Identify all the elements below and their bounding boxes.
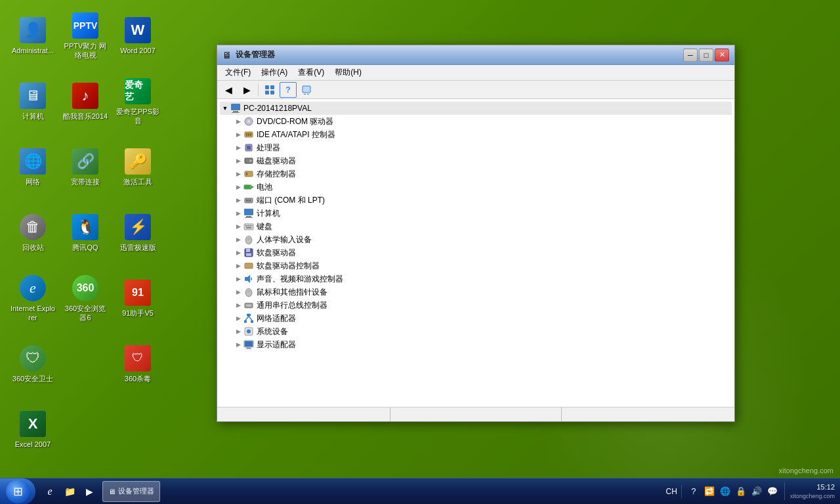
desktop-icon-qq[interactable]: 🐧 腾讯QQ (59, 203, 112, 262)
quick-ie-button[interactable]: e (41, 482, 59, 501)
display-expander[interactable]: ▶ (233, 339, 243, 350)
desktop-icon-music[interactable]: ♪ 酷我音乐2014 (59, 72, 112, 131)
tray-network-icon[interactable]: 🌐 (719, 485, 732, 498)
menu-action[interactable]: 操作(A) (256, 66, 293, 79)
tree-item-disk[interactable]: ▶ 磁盘驱动器 (220, 154, 732, 167)
tree-item-usb[interactable]: ▶ 通用串行总线控制器 (220, 299, 732, 312)
desktop-icon-word[interactable]: W Word 2007 (112, 7, 164, 66)
toolbar-help-button[interactable]: ? (280, 82, 297, 98)
iqiyi-label: 爱奇艺PPS影音 (115, 107, 161, 126)
desktop-icon-iqiyi[interactable]: 爱奇艺 爱奇艺PPS影音 (112, 72, 164, 131)
ide-icon (243, 129, 254, 140)
port-expander[interactable]: ▶ (233, 195, 243, 205)
tree-item-floppy[interactable]: ▶ 软盘驱动器 (220, 246, 732, 259)
floppy-ctrl-expander[interactable]: ▶ (233, 261, 243, 271)
svg-rect-1 (270, 85, 274, 89)
desktop-icon-network[interactable]: 🌐 网络 (7, 138, 59, 197)
maximize-button[interactable]: □ (699, 49, 713, 62)
svg-rect-45 (245, 263, 253, 268)
mouse-expander[interactable]: ▶ (233, 287, 243, 297)
tree-item-floppy-ctrl[interactable]: ▶ 软盘驱动器控制器 (220, 259, 732, 272)
desktop-icon-thunder[interactable]: ⚡ 迅雷极速版 (112, 203, 164, 262)
svg-rect-17 (247, 146, 251, 150)
desktop-icon-ie[interactable]: e Internet Explorer (7, 269, 59, 328)
tree-item-sound[interactable]: ▶ 声音、视频和游戏控制器 (220, 272, 732, 285)
toolbar-back-button[interactable]: ◀ (220, 82, 237, 98)
tree-item-ide[interactable]: ▶ IDE ATA/ATAPI 控制器 (220, 128, 732, 141)
root-expander[interactable]: ▼ (220, 103, 230, 114)
hid-expander[interactable]: ▶ (233, 234, 243, 245)
tray-message-icon[interactable]: 💬 (766, 485, 779, 498)
usb-expander[interactable]: ▶ (233, 300, 243, 310)
tree-item-battery[interactable]: ▶ 电池 (220, 180, 732, 194)
status-pane-3 (562, 408, 732, 421)
window-tree-content[interactable]: ▼ PC-20141218PVAL ▶ (217, 99, 734, 407)
tray-volume-icon[interactable]: 🔊 (750, 485, 763, 498)
storage-expander[interactable]: ▶ (233, 169, 243, 179)
tree-item-network[interactable]: ▶ 网络适配器 (220, 312, 732, 325)
cpu-icon (243, 142, 254, 153)
desktop-icon-91-2[interactable]: 91 91助手V5 (112, 269, 164, 328)
tray-help-icon[interactable]: ? (687, 485, 700, 498)
desktop-icon-administrator[interactable]: 👤 Administrat... (7, 7, 59, 66)
hid-label: 人体学输入设备 (257, 236, 312, 243)
svg-rect-13 (246, 133, 247, 136)
svg-rect-62 (245, 341, 253, 346)
desktop-icon-recycle[interactable]: 🗑 回收站 (7, 203, 59, 262)
desktop-icon-activate[interactable]: 🔑 激活工具 (112, 138, 164, 197)
tray-refresh-icon[interactable]: 🔁 (703, 485, 716, 498)
quick-media-button[interactable]: ▶ (80, 482, 98, 501)
floppy-icon (243, 247, 254, 258)
system-icon (243, 326, 254, 337)
cpu-expander[interactable]: ▶ (233, 142, 243, 153)
menu-file[interactable]: 文件(F) (220, 66, 256, 79)
menu-help[interactable]: 帮助(H) (329, 66, 367, 79)
tree-item-storage[interactable]: ▶ 存储控制器 (220, 167, 732, 180)
taskbar-clock[interactable]: 15:12 xitongcheng.com (784, 482, 840, 501)
quick-folder-button[interactable]: 📁 (60, 482, 79, 501)
tree-item-keyboard[interactable]: ▶ 键盘 (220, 220, 732, 233)
toolbar-props-button[interactable] (298, 82, 315, 98)
minimize-button[interactable]: ─ (683, 49, 698, 62)
broadband-icon: 🔗 (72, 148, 98, 175)
desktop-icon-excel[interactable]: X Excel 2007 (7, 400, 59, 459)
tree-item-display[interactable]: ▶ 显示适配器 (220, 338, 732, 351)
floppy-expander[interactable]: ▶ (233, 247, 243, 258)
menu-view[interactable]: 查看(V) (293, 66, 329, 79)
disk-expander[interactable]: ▶ (233, 156, 243, 166)
tree-item-computer[interactable]: ▶ 计算机 (220, 207, 732, 220)
desktop-icon-pptv[interactable]: PPTV PPTV聚力 网络电视 (59, 7, 112, 66)
tree-item-dvd[interactable]: ▶ DVD/CD-ROM 驱动器 (220, 115, 732, 128)
tray-security-icon[interactable]: 🔒 (734, 485, 747, 498)
dvd-expander[interactable]: ▶ (233, 116, 243, 127)
tree-root-row[interactable]: ▼ PC-20141218PVAL (220, 102, 732, 115)
desktop-icon-360kill[interactable]: 🛡 360杀毒 (112, 335, 164, 394)
desktop-icon-360browser[interactable]: 360 360安全浏览器6 (59, 269, 112, 328)
ide-expander[interactable]: ▶ (233, 129, 243, 140)
desktop-icon-360guard[interactable]: 🛡 360安全卫士 (7, 335, 59, 394)
device-tree: ▼ PC-20141218PVAL ▶ (220, 102, 732, 351)
system-expander[interactable]: ▶ (233, 326, 243, 337)
computer-item-expander[interactable]: ▶ (233, 208, 243, 219)
tree-item-port[interactable]: ▶ 端口 (COM 和 LPT) (220, 194, 732, 207)
tree-item-cpu[interactable]: ▶ 处理器 (220, 141, 732, 154)
toolbar-forward-button[interactable]: ▶ (238, 82, 255, 98)
desktop-icon-computer[interactable]: 🖥 计算机 (7, 72, 59, 131)
tree-item-hid[interactable]: ▶ 人体学输入设备 (220, 233, 732, 246)
svg-rect-60 (247, 347, 251, 348)
taskbar-device-manager-item[interactable]: 🖥 设备管理器 (102, 481, 160, 502)
tree-item-mouse[interactable]: ▶ 鼠标和其他指针设备 (220, 285, 732, 299)
tree-item-system[interactable]: ▶ 系统设备 (220, 325, 732, 338)
close-button[interactable]: ✕ (715, 49, 729, 62)
network-item-expander[interactable]: ▶ (233, 313, 243, 324)
desktop-icon-broadband[interactable]: 🔗 宽带连接 (59, 138, 112, 197)
start-button[interactable]: ⊞ (0, 478, 35, 505)
battery-expander[interactable]: ▶ (233, 182, 243, 192)
sound-expander[interactable]: ▶ (233, 274, 243, 284)
keyboard-label: 键盘 (257, 222, 272, 230)
keyboard-expander[interactable]: ▶ (233, 221, 243, 232)
administrator-label: Administrat... (12, 46, 54, 55)
taskbar-language-indicator[interactable]: CH (662, 487, 681, 496)
toolbar-overview-button[interactable] (261, 82, 278, 98)
taskbar: ⊞ e 📁 ▶ 🖥 设备管理器 CH ? 🔁 🌐 🔒 🔊 💬 15:12 xit… (0, 478, 840, 504)
